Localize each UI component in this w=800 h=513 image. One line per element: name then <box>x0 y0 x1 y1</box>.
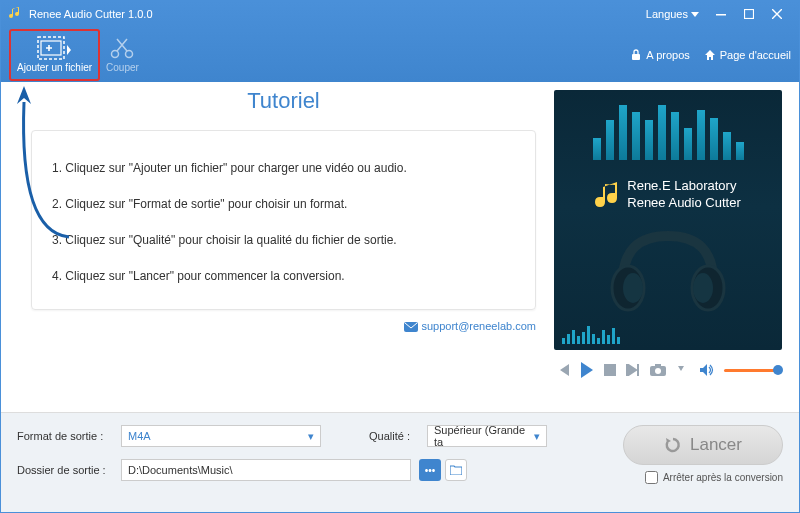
chevron-down-icon <box>691 12 699 17</box>
next-button[interactable] <box>626 364 640 376</box>
volume-button[interactable] <box>700 364 714 376</box>
home-icon <box>704 49 716 61</box>
support-link[interactable]: support@reneelab.com <box>421 320 536 332</box>
language-label: Langues <box>646 8 688 20</box>
brand-line1: Rene.E Laboratory <box>627 178 740 195</box>
tutorial-step: 1. Cliquez sur "Ajouter un fichier" pour… <box>52 161 515 175</box>
tutorial-box: 1. Cliquez sur "Ajouter un fichier" pour… <box>31 130 536 310</box>
format-value: M4A <box>128 430 151 442</box>
scissors-icon <box>108 36 136 60</box>
svg-rect-12 <box>604 364 616 376</box>
add-file-button[interactable]: Ajouter un fichier <box>9 29 100 81</box>
tutorial-panel: Tutoriel 1. Cliquez sur "Ajouter un fich… <box>1 82 554 412</box>
about-label: A propos <box>646 49 689 61</box>
minimize-button[interactable] <box>707 4 735 24</box>
svg-rect-6 <box>632 54 640 60</box>
svg-point-10 <box>623 273 643 303</box>
quality-select[interactable]: Supérieur (Grande ta ▾ <box>427 425 547 447</box>
svg-point-4 <box>112 51 119 58</box>
chevron-down-icon: ▾ <box>534 430 540 443</box>
language-menu[interactable]: Langues <box>646 8 699 20</box>
chevron-down-icon <box>678 366 684 374</box>
cut-button[interactable]: Couper <box>100 29 145 81</box>
play-button[interactable] <box>580 362 594 378</box>
browse-button[interactable]: ••• <box>419 459 441 481</box>
launch-label: Lancer <box>690 435 742 455</box>
brand-line2: Renee Audio Cutter <box>627 195 740 212</box>
tutorial-step: 3. Cliquez sur "Qualité" pour choisir la… <box>52 233 515 247</box>
equalizer-top <box>554 100 782 160</box>
tutorial-step: 4. Cliquez sur "Lancer" pour commencer l… <box>52 269 515 283</box>
prev-button[interactable] <box>556 364 570 376</box>
quality-label: Qualité : <box>369 430 419 442</box>
app-title: Renee Audio Cutter 1.0.0 <box>29 8 646 20</box>
stop-after-checkbox[interactable] <box>645 471 658 484</box>
tutorial-step: 2. Cliquez sur "Format de sortie" pour c… <box>52 197 515 211</box>
mail-icon <box>404 322 418 332</box>
preview-panel: Rene.E Laboratory Renee Audio Cutter <box>554 90 782 350</box>
home-label: Page d'accueil <box>720 49 791 61</box>
svg-point-11 <box>693 273 713 303</box>
maximize-button[interactable] <box>735 4 763 24</box>
svg-rect-0 <box>716 14 726 16</box>
app-logo-icon <box>9 6 23 22</box>
volume-slider[interactable] <box>724 369 781 372</box>
about-link[interactable]: A propos <box>630 49 689 61</box>
equalizer-bottom <box>562 326 620 344</box>
lock-icon <box>630 49 642 61</box>
svg-rect-15 <box>655 364 661 367</box>
svg-rect-1 <box>745 10 754 19</box>
cut-label: Couper <box>106 62 139 73</box>
film-add-icon <box>37 36 73 60</box>
close-button[interactable] <box>763 4 791 24</box>
open-folder-button[interactable] <box>445 459 467 481</box>
home-link[interactable]: Page d'accueil <box>704 49 791 61</box>
svg-point-5 <box>126 51 133 58</box>
format-select[interactable]: M4A ▾ <box>121 425 321 447</box>
stop-button[interactable] <box>604 364 616 376</box>
add-file-label: Ajouter un fichier <box>17 62 92 73</box>
stop-after-label: Arrêter après la conversion <box>663 472 783 483</box>
chevron-down-icon: ▾ <box>308 430 314 443</box>
headphones-icon <box>603 226 733 316</box>
output-folder-field[interactable]: D:\Documents\Music\ <box>121 459 411 481</box>
quality-value: Supérieur (Grande ta <box>434 424 534 448</box>
folder-label: Dossier de sortie : <box>17 464 113 476</box>
format-label: Format de sortie : <box>17 430 113 442</box>
tutorial-title: Tutoriel <box>31 88 536 114</box>
folder-icon <box>450 465 462 475</box>
note-icon <box>595 180 621 210</box>
folder-value: D:\Documents\Music\ <box>128 464 233 476</box>
brand-block: Rene.E Laboratory Renee Audio Cutter <box>554 178 782 212</box>
refresh-icon <box>664 436 682 454</box>
snapshot-button[interactable] <box>650 364 666 376</box>
svg-point-14 <box>655 368 661 374</box>
playback-controls <box>554 362 783 378</box>
launch-button[interactable]: Lancer <box>623 425 783 465</box>
